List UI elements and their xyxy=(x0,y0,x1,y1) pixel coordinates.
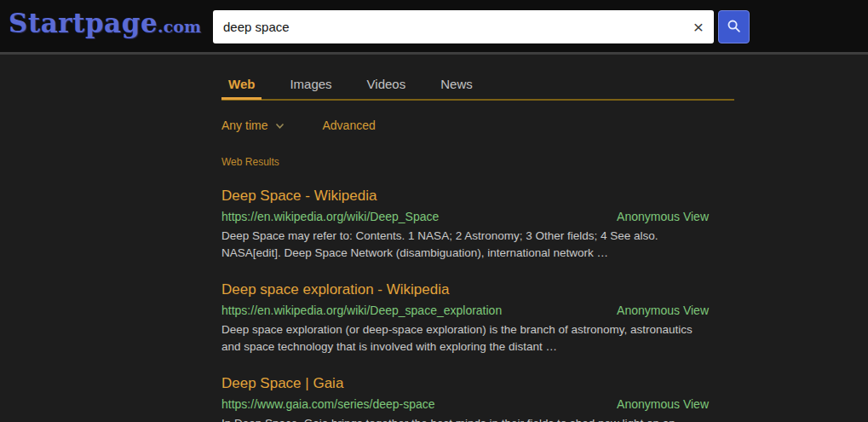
search-box: × xyxy=(213,10,714,43)
time-filter-dropdown[interactable]: Any time xyxy=(221,119,285,132)
anonymous-view-link[interactable]: Anonymous View xyxy=(617,303,709,317)
result-snippet: Deep space exploration (or deep-space ex… xyxy=(221,321,704,356)
tab-web[interactable]: Web xyxy=(228,77,255,99)
advanced-search-link[interactable]: Advanced xyxy=(322,119,375,132)
clear-search-icon[interactable]: × xyxy=(683,18,714,36)
search-category-tabs: Web Images Videos News xyxy=(221,77,734,99)
results-heading: Web Results xyxy=(221,156,734,168)
result-title-link[interactable]: Deep Space - Wikipedia xyxy=(221,187,377,205)
filters-row: Any time Advanced xyxy=(221,119,734,132)
result-meta-row: https://en.wikipedia.org/wiki/Deep_space… xyxy=(221,303,709,317)
chevron-down-icon xyxy=(275,123,285,130)
result-title-link[interactable]: Deep space exploration - Wikipedia xyxy=(221,280,449,299)
result-url-link[interactable]: https://www.gaia.com/series/deep-space xyxy=(221,397,435,411)
startpage-search-results-page: Startpage.com × Web Images Videos News xyxy=(0,0,868,422)
anonymous-view-link[interactable]: Anonymous View xyxy=(617,210,709,223)
result-url-link[interactable]: https://en.wikipedia.org/wiki/Deep_Space xyxy=(221,210,439,223)
tabs-divider xyxy=(221,99,734,101)
time-filter-label: Any time xyxy=(221,119,267,132)
result-snippet: In Deep Space, Gaia brings together the … xyxy=(221,415,704,422)
result-url-link[interactable]: https://en.wikipedia.org/wiki/Deep_space… xyxy=(221,303,502,317)
search-result: Deep Space - Wikipedia https://en.wikipe… xyxy=(221,187,734,262)
search-input[interactable] xyxy=(213,10,683,43)
search-button[interactable] xyxy=(718,10,750,43)
logo-tld-text: .com xyxy=(158,17,201,36)
result-meta-row: https://en.wikipedia.org/wiki/Deep_Space… xyxy=(221,210,709,223)
result-meta-row: https://www.gaia.com/series/deep-space A… xyxy=(221,397,709,411)
tab-videos[interactable]: Videos xyxy=(367,77,406,99)
search-result: Deep space exploration - Wikipedia https… xyxy=(221,280,734,356)
header: Startpage.com × xyxy=(0,0,868,55)
anonymous-view-link[interactable]: Anonymous View xyxy=(617,397,709,411)
result-snippet: Deep Space may refer to: Contents. 1 NAS… xyxy=(221,228,704,262)
search-icon xyxy=(727,19,741,36)
logo-brand-text: Startpage xyxy=(9,8,158,38)
content-column: Web Images Videos News Any time Advanced xyxy=(221,77,734,422)
startpage-logo[interactable]: Startpage.com xyxy=(9,8,201,38)
result-title-link[interactable]: Deep Space | Gaia xyxy=(221,374,343,393)
search-result: Deep Space | Gaia https://www.gaia.com/s… xyxy=(221,374,734,422)
tab-news[interactable]: News xyxy=(440,77,473,99)
main-content: Web Images Videos News Any time Advanced xyxy=(0,55,868,422)
tab-images[interactable]: Images xyxy=(290,77,331,99)
